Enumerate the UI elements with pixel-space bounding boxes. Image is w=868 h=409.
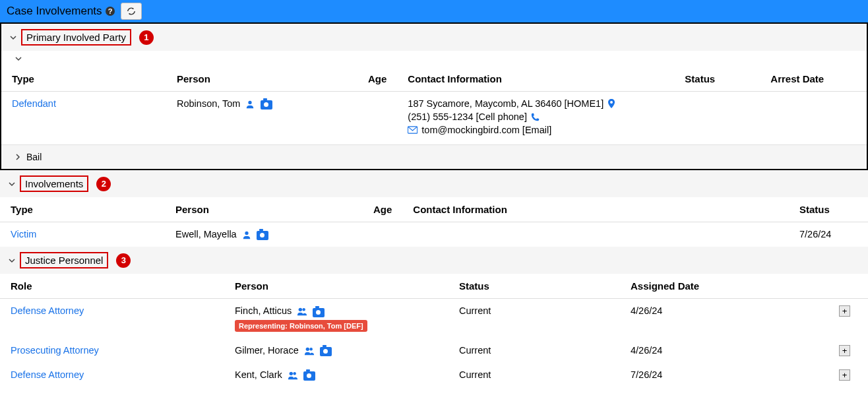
- svg-point-6: [299, 308, 302, 311]
- primary-section-header: Primary Involved Party 1: [1, 24, 867, 51]
- role-link[interactable]: Prosecuting Attorney: [11, 345, 99, 356]
- annotation-marker-3: 3: [116, 253, 131, 268]
- case-involvements-header: Case Involvements ?: [0, 0, 868, 22]
- status-cell: Current: [449, 338, 620, 363]
- person-name: Finch, Atticus: [235, 305, 292, 316]
- table-row: Defense Attorney Finch, Atticus Represen…: [0, 299, 868, 338]
- svg-point-8: [305, 347, 309, 350]
- col-contact: Contact Information: [397, 67, 674, 92]
- table-row: Defense Attorney Kent, Clark Current 7/2…: [0, 363, 868, 387]
- col-assigned: Assigned Date: [620, 274, 828, 299]
- status-cell: 7/26/24: [789, 222, 868, 247]
- assigned-cell: 4/26/24: [620, 299, 828, 338]
- chevron-right-icon: [15, 153, 21, 161]
- people-icon[interactable]: [288, 371, 298, 380]
- justice-title: Justice Personnel: [20, 252, 108, 268]
- person-cell: Finch, Atticus Representing: Robinson, T…: [224, 299, 449, 338]
- chevron-down-icon[interactable]: [9, 34, 17, 42]
- phone-text: (251) 555-1234 [Cell phone]: [408, 111, 527, 122]
- chevron-down-icon[interactable]: [1, 51, 867, 67]
- person-icon[interactable]: [245, 100, 255, 109]
- table-header-row: Type Person Age Contact Information Stat…: [1, 67, 867, 92]
- camera-icon[interactable]: [257, 230, 268, 240]
- people-icon[interactable]: [304, 346, 315, 356]
- refresh-button[interactable]: [121, 3, 142, 20]
- svg-point-3: [610, 101, 613, 104]
- col-status: Status: [674, 67, 760, 92]
- chevron-down-icon[interactable]: [8, 180, 16, 188]
- involvements-header: Involvements 2: [0, 170, 868, 197]
- map-pin-icon[interactable]: [607, 99, 615, 108]
- table-row: Prosecuting Attorney Gilmer, Horace Curr…: [0, 338, 868, 363]
- status-cell: Current: [449, 299, 620, 338]
- representing-badge: Representing: Robinson, Tom [DEF]: [235, 320, 367, 332]
- col-age: Age: [363, 197, 402, 222]
- primary-section-title: Primary Involved Party: [21, 29, 131, 46]
- arrest-date-cell: [760, 92, 867, 145]
- primary-involved-party-section: Primary Involved Party 1 Type Person Age…: [0, 22, 868, 170]
- col-person: Person: [166, 67, 357, 92]
- table-row: Victim Ewell, Mayella 7/26/24: [0, 222, 868, 247]
- annotation-marker-2: 2: [96, 177, 111, 191]
- assigned-cell: 7/26/24: [620, 363, 828, 387]
- people-icon[interactable]: [297, 307, 307, 316]
- primary-party-table: Type Person Age Contact Information Stat…: [1, 67, 867, 144]
- person-icon[interactable]: [242, 230, 251, 239]
- camera-icon[interactable]: [303, 370, 315, 381]
- svg-point-9: [309, 348, 312, 350]
- type-link[interactable]: Defendant: [12, 98, 56, 109]
- justice-header: Justice Personnel 3: [0, 247, 868, 274]
- table-header-row: Role Person Status Assigned Date: [0, 274, 868, 299]
- svg-point-5: [245, 232, 248, 235]
- add-button[interactable]: +: [839, 369, 850, 381]
- contact-cell: 187 Sycamore, Maycomb, AL 36460 [HOME1] …: [397, 92, 674, 145]
- person-cell: Gilmer, Horace: [224, 338, 449, 363]
- age-cell: [357, 92, 397, 145]
- help-icon[interactable]: ?: [105, 6, 115, 16]
- svg-point-2: [249, 101, 252, 104]
- person-name: Robinson, Tom: [177, 98, 240, 109]
- justice-table: Role Person Status Assigned Date Defense…: [0, 274, 868, 387]
- email-text: tom@mockingbird.com [Email]: [421, 125, 551, 135]
- person-cell: Ewell, Mayella: [165, 222, 363, 247]
- camera-icon[interactable]: [313, 306, 325, 317]
- svg-text:?: ?: [108, 7, 112, 15]
- involvements-table: Type Person Age Contact Information Stat…: [0, 197, 868, 247]
- col-status: Status: [789, 197, 868, 222]
- annotation-marker-1: 1: [139, 30, 154, 45]
- camera-icon[interactable]: [261, 99, 272, 110]
- role-link[interactable]: Defense Attorney: [11, 369, 84, 380]
- svg-point-11: [293, 372, 295, 375]
- person-name: Kent, Clark: [235, 369, 282, 380]
- col-contact: Contact Information: [402, 197, 789, 222]
- col-status: Status: [449, 274, 620, 299]
- person-name: Gilmer, Horace: [235, 345, 299, 356]
- phone-icon[interactable]: [531, 113, 540, 121]
- role-link[interactable]: Defense Attorney: [11, 305, 84, 316]
- col-type: Type: [0, 197, 165, 222]
- chevron-down-icon[interactable]: [8, 257, 16, 265]
- table-row: Defendant Robinson, Tom 187 Sycamore, Ma…: [1, 92, 867, 145]
- col-person: Person: [224, 274, 449, 299]
- camera-icon[interactable]: [320, 346, 332, 356]
- person-cell: Robinson, Tom: [166, 92, 357, 145]
- justice-personnel-section: Justice Personnel 3 Role Person Status A…: [0, 247, 868, 387]
- email-icon[interactable]: [408, 126, 418, 134]
- col-arrest-date: Arrest Date: [760, 67, 867, 92]
- table-header-row: Type Person Age Contact Information Stat…: [0, 197, 868, 222]
- assigned-cell: 4/26/24: [620, 338, 828, 363]
- involvements-title: Involvements: [20, 175, 88, 192]
- add-button[interactable]: +: [839, 345, 850, 356]
- status-cell: Current: [449, 363, 620, 387]
- page-title: Case Involvements: [7, 5, 102, 18]
- col-person: Person: [165, 197, 363, 222]
- contact-cell: [402, 222, 789, 247]
- type-link[interactable]: Victim: [11, 229, 36, 239]
- add-button[interactable]: +: [839, 305, 850, 317]
- col-action: [828, 274, 868, 299]
- person-cell: Kent, Clark: [224, 363, 449, 387]
- col-type: Type: [1, 67, 166, 92]
- bail-section-toggle[interactable]: Bail: [1, 144, 867, 169]
- svg-point-10: [289, 372, 292, 375]
- address-text: 187 Sycamore, Maycomb, AL 36460 [HOME1]: [408, 98, 604, 109]
